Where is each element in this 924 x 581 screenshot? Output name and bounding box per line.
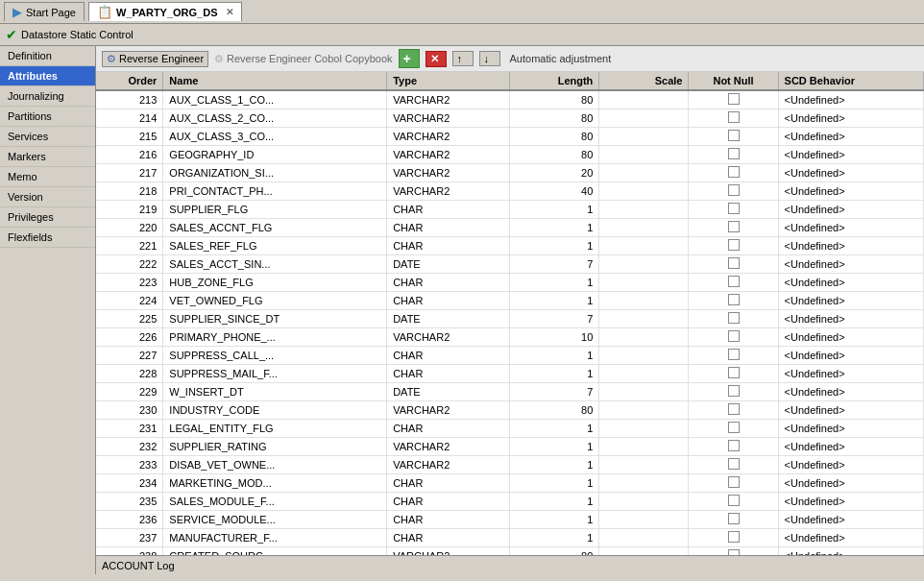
table-row[interactable]: 228SUPPRESS_MAIL_F...CHAR1<Undefined> (96, 365, 924, 383)
table-row[interactable]: 237MANUFACTURER_F...CHAR1<Undefined> (96, 529, 924, 547)
table-row[interactable]: 226PRIMARY_PHONE_...VARCHAR210<Undefined… (96, 328, 924, 347)
cell-notnull[interactable] (689, 420, 778, 438)
notnull-checkbox[interactable] (728, 531, 740, 543)
table-row[interactable]: 235SALES_MODULE_F...CHAR1<Undefined> (96, 493, 924, 511)
sidebar-item-partitions[interactable]: Partitions (0, 107, 95, 127)
table-row[interactable]: 233DISAB_VET_OWNE...VARCHAR21<Undefined> (96, 456, 924, 474)
table-row[interactable]: 230INDUSTRY_CODEVARCHAR280<Undefined> (96, 401, 924, 420)
table-row[interactable]: 231LEGAL_ENTITY_FLGCHAR1<Undefined> (96, 420, 924, 438)
cell-notnull[interactable] (689, 274, 778, 292)
table-row[interactable]: 224VET_OWNED_FLGCHAR1<Undefined> (96, 292, 924, 310)
move-up-button[interactable]: ↑ (452, 51, 474, 66)
table-row[interactable]: 213AUX_CLASS_1_CO...VARCHAR280<Undefined… (96, 90, 924, 109)
table-row[interactable]: 217ORGANIZATION_SI...VARCHAR220<Undefine… (96, 164, 924, 182)
notnull-checkbox[interactable] (728, 111, 740, 123)
move-down-button[interactable]: ↓ (479, 51, 500, 66)
table-row[interactable]: 219SUPPLIER_FLGCHAR1<Undefined> (96, 201, 924, 219)
cell-notnull[interactable] (689, 219, 778, 237)
notnull-checkbox[interactable] (728, 166, 740, 178)
cell-notnull[interactable] (689, 383, 778, 401)
cell-notnull[interactable] (689, 109, 778, 128)
table-row[interactable]: 227SUPPRESS_CALL_...CHAR1<Undefined> (96, 347, 924, 365)
cell-type: CHAR (387, 237, 510, 255)
notnull-checkbox[interactable] (728, 349, 740, 360)
cell-notnull[interactable] (689, 182, 778, 201)
cell-notnull[interactable] (689, 164, 778, 182)
add-button[interactable]: + (399, 49, 420, 68)
sidebar-item-markers-label: Markers (8, 151, 46, 162)
table-row[interactable]: 220SALES_ACCNT_FLGCHAR1<Undefined> (96, 219, 924, 237)
sidebar-item-attributes[interactable]: Attributes (0, 66, 95, 86)
tab-w-party-org-ds[interactable]: 📋 W_PARTY_ORG_DS ✕ (88, 2, 242, 21)
cell-notnull[interactable] (689, 310, 778, 328)
notnull-checkbox[interactable] (728, 203, 740, 214)
notnull-checkbox[interactable] (728, 93, 740, 105)
table-row[interactable]: 221SALES_REF_FLGCHAR1<Undefined> (96, 237, 924, 255)
notnull-checkbox[interactable] (728, 276, 740, 287)
cell-scd: <Undefined> (778, 511, 923, 529)
cell-notnull[interactable] (689, 328, 778, 347)
sidebar-item-journalizing[interactable]: Journalizing (0, 86, 95, 107)
notnull-checkbox[interactable] (728, 130, 740, 141)
notnull-checkbox[interactable] (728, 476, 740, 488)
table-row[interactable]: 236SERVICE_MODULE...CHAR1<Undefined> (96, 511, 924, 529)
cell-notnull[interactable] (689, 292, 778, 310)
cell-notnull[interactable] (689, 255, 778, 274)
table-row[interactable]: 222SALES_ACCT_SIN...DATE7<Undefined> (96, 255, 924, 274)
notnull-checkbox[interactable] (728, 239, 740, 251)
cell-notnull[interactable] (689, 493, 778, 511)
sidebar-item-services[interactable]: Services (0, 127, 95, 147)
sidebar-item-privileges[interactable]: Privileges (0, 207, 95, 228)
notnull-checkbox[interactable] (728, 257, 740, 269)
cell-notnull[interactable] (689, 347, 778, 365)
close-icon[interactable]: ✕ (226, 7, 233, 17)
notnull-checkbox[interactable] (728, 385, 740, 397)
notnull-checkbox[interactable] (728, 495, 740, 506)
sidebar-item-flexfields[interactable]: Flexfields (0, 228, 95, 248)
cell-notnull[interactable] (689, 474, 778, 493)
notnull-checkbox[interactable] (728, 513, 740, 524)
table-row[interactable]: 229W_INSERT_DTDATE7<Undefined> (96, 383, 924, 401)
cell-notnull[interactable] (689, 456, 778, 474)
delete-button[interactable]: ✕ (426, 51, 447, 67)
table-row[interactable]: 216GEOGRAPHY_IDVARCHAR280<Undefined> (96, 146, 924, 164)
table-row[interactable]: 223HUB_ZONE_FLGCHAR1<Undefined> (96, 274, 924, 292)
notnull-checkbox[interactable] (728, 403, 740, 415)
notnull-checkbox[interactable] (728, 221, 740, 232)
cell-notnull[interactable] (689, 365, 778, 383)
cell-notnull[interactable] (689, 438, 778, 456)
cell-notnull[interactable] (689, 90, 778, 109)
tab-start-page[interactable]: ▶ Start Page (4, 2, 85, 21)
cell-order: 218 (96, 182, 163, 201)
sidebar-item-markers[interactable]: Markers (0, 147, 95, 167)
notnull-checkbox[interactable] (728, 458, 740, 470)
table-row[interactable]: 215AUX_CLASS_3_CO...VARCHAR280<Undefined… (96, 128, 924, 146)
notnull-checkbox[interactable] (728, 184, 740, 196)
notnull-checkbox[interactable] (728, 312, 740, 324)
notnull-checkbox[interactable] (728, 440, 740, 451)
cell-notnull[interactable] (689, 201, 778, 219)
cell-notnull[interactable] (689, 128, 778, 146)
notnull-checkbox[interactable] (728, 294, 740, 305)
notnull-checkbox[interactable] (728, 330, 740, 342)
table-row[interactable]: 238CREATED_SOURC...VARCHAR280<Undefined> (96, 547, 924, 556)
notnull-checkbox[interactable] (728, 367, 740, 378)
cell-length: 1 (510, 347, 599, 365)
notnull-checkbox[interactable] (728, 148, 740, 159)
table-row[interactable]: 214AUX_CLASS_2_CO...VARCHAR280<Undefined… (96, 109, 924, 128)
table-row[interactable]: 218PRI_CONTACT_PH...VARCHAR240<Undefined… (96, 182, 924, 201)
sidebar-item-version[interactable]: Version (0, 187, 95, 207)
cell-notnull[interactable] (689, 237, 778, 255)
cell-notnull[interactable] (689, 511, 778, 529)
table-row[interactable]: 234MARKETING_MOD...CHAR1<Undefined> (96, 474, 924, 493)
reverse-engineer-button[interactable]: ⚙ Reverse Engineer (102, 51, 208, 67)
cell-notnull[interactable] (689, 401, 778, 420)
notnull-checkbox[interactable] (728, 422, 740, 433)
cell-notnull[interactable] (689, 146, 778, 164)
sidebar-item-definition[interactable]: Definition (0, 46, 95, 66)
cell-notnull[interactable] (689, 547, 778, 556)
table-row[interactable]: 225SUPPLIER_SINCE_DTDATE7<Undefined> (96, 310, 924, 328)
table-row[interactable]: 232SUPPLIER_RATINGVARCHAR21<Undefined> (96, 438, 924, 456)
cell-notnull[interactable] (689, 529, 778, 547)
sidebar-item-memo[interactable]: Memo (0, 167, 95, 187)
